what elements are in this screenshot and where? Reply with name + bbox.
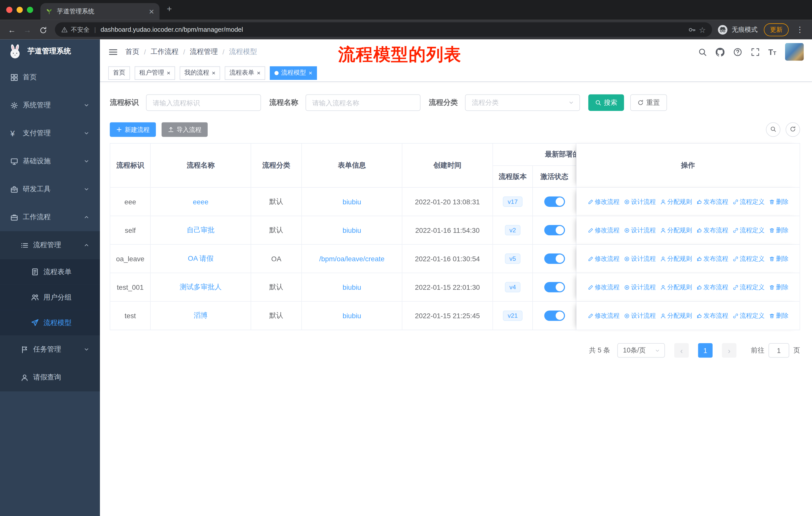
- sidebar-item-workflow[interactable]: 工作流程: [0, 203, 100, 231]
- goto-page-input[interactable]: [768, 343, 789, 358]
- help-icon[interactable]: [733, 47, 742, 56]
- form-info-link[interactable]: biubiu: [343, 283, 361, 291]
- action-publish-link[interactable]: 发布流程: [696, 283, 728, 292]
- process-name-link[interactable]: OA 请假: [188, 254, 213, 263]
- action-design-link[interactable]: 设计流程: [624, 197, 656, 206]
- tag-home[interactable]: 首页: [108, 66, 130, 79]
- action-modify-link[interactable]: 修改流程: [587, 197, 620, 206]
- page-size-select[interactable]: 10条/页: [617, 343, 665, 358]
- sidebar-item-dev-tools[interactable]: 研发工具: [0, 175, 100, 203]
- reload-button[interactable]: [36, 25, 50, 34]
- action-publish-link[interactable]: 发布流程: [696, 254, 728, 263]
- version-badge[interactable]: v2: [505, 225, 521, 235]
- action-modify-link[interactable]: 修改流程: [587, 226, 620, 235]
- maximize-window-button[interactable]: [27, 7, 33, 13]
- sidebar-item-leave-query[interactable]: 请假查询: [0, 363, 100, 391]
- active-toggle[interactable]: [544, 196, 564, 207]
- minimize-window-button[interactable]: [17, 7, 23, 13]
- breadcrumb-item[interactable]: 工作流程: [150, 47, 178, 56]
- action-definition-link[interactable]: 流程定义: [732, 254, 765, 263]
- process-name-input[interactable]: [306, 94, 420, 111]
- action-design-link[interactable]: 设计流程: [624, 254, 656, 263]
- tag-process-model[interactable]: 流程模型×: [270, 66, 317, 79]
- form-info-link[interactable]: /bpm/oa/leave/create: [319, 255, 384, 263]
- sidebar-item-infrastructure[interactable]: 基础设施: [0, 147, 100, 175]
- action-definition-link[interactable]: 流程定义: [732, 311, 765, 320]
- sidebar-item-system-management[interactable]: 系统管理: [0, 91, 100, 119]
- action-publish-link[interactable]: 发布流程: [696, 226, 728, 235]
- form-info-link[interactable]: biubiu: [343, 226, 361, 234]
- action-delete-link[interactable]: 删除: [769, 311, 788, 320]
- process-name-link[interactable]: 自己审批: [187, 225, 215, 235]
- github-icon[interactable]: [716, 47, 724, 56]
- action-publish-link[interactable]: 发布流程: [696, 197, 728, 206]
- back-button[interactable]: ←: [5, 25, 19, 34]
- tag-close-icon[interactable]: ×: [167, 70, 170, 76]
- search-icon[interactable]: [698, 47, 707, 56]
- action-assign-link[interactable]: 分配规则: [660, 283, 692, 292]
- font-size-icon[interactable]: TT: [768, 48, 776, 56]
- sidebar-item-process-management[interactable]: 流程管理: [0, 231, 100, 259]
- sidebar-item-process-model[interactable]: 流程模型: [0, 310, 100, 335]
- process-category-select[interactable]: 流程分类: [465, 94, 580, 111]
- toggle-search-button[interactable]: [766, 123, 781, 137]
- action-design-link[interactable]: 设计流程: [624, 311, 656, 320]
- action-assign-link[interactable]: 分配规则: [660, 254, 692, 263]
- password-key-icon[interactable]: [688, 26, 696, 33]
- next-page-button[interactable]: ›: [722, 343, 736, 358]
- chrome-update-button[interactable]: 更新: [764, 23, 789, 36]
- tag-close-icon[interactable]: ×: [257, 70, 261, 76]
- process-name-link[interactable]: eeee: [193, 198, 208, 206]
- tag-process-form[interactable]: 流程表单×: [225, 66, 265, 79]
- current-page-button[interactable]: 1: [698, 343, 713, 358]
- form-info-link[interactable]: biubiu: [343, 198, 361, 206]
- create-process-button[interactable]: 新建流程: [110, 123, 156, 137]
- action-delete-link[interactable]: 删除: [769, 283, 788, 292]
- tag-my-process[interactable]: 我的流程×: [180, 66, 220, 79]
- active-toggle[interactable]: [544, 282, 564, 292]
- user-avatar[interactable]: [785, 43, 804, 61]
- version-badge[interactable]: v4: [505, 282, 521, 292]
- browser-menu-icon[interactable]: ⋮: [795, 25, 805, 34]
- action-delete-link[interactable]: 删除: [769, 226, 788, 235]
- sidebar-item-task-management[interactable]: 任务管理: [0, 335, 100, 363]
- action-definition-link[interactable]: 流程定义: [732, 283, 765, 292]
- fullscreen-icon[interactable]: [751, 47, 760, 56]
- tag-close-icon[interactable]: ×: [309, 70, 312, 76]
- action-modify-link[interactable]: 修改流程: [587, 254, 620, 263]
- version-badge[interactable]: v17: [503, 196, 522, 207]
- new-tab-button[interactable]: +: [167, 4, 172, 15]
- action-definition-link[interactable]: 流程定义: [732, 197, 765, 206]
- address-bar[interactable]: 不安全 | dashboard.yudao.iocoder.cn/bpm/man…: [55, 22, 712, 37]
- close-window-button[interactable]: [6, 7, 12, 13]
- sidebar-collapse-icon[interactable]: [108, 47, 118, 57]
- action-modify-link[interactable]: 修改流程: [587, 283, 620, 292]
- sidebar-item-payment-management[interactable]: ¥支付管理: [0, 119, 100, 147]
- action-delete-link[interactable]: 删除: [769, 254, 788, 263]
- action-modify-link[interactable]: 修改流程: [587, 311, 620, 320]
- refresh-table-button[interactable]: [786, 123, 800, 137]
- action-publish-link[interactable]: 发布流程: [696, 311, 728, 320]
- bookmark-star-icon[interactable]: ☆: [699, 26, 706, 33]
- sidebar-item-home[interactable]: 首页: [0, 63, 100, 91]
- breadcrumb-item[interactable]: 首页: [125, 47, 140, 56]
- version-badge[interactable]: v5: [505, 253, 521, 264]
- action-design-link[interactable]: 设计流程: [624, 283, 656, 292]
- import-process-button[interactable]: 导入流程: [162, 123, 208, 137]
- tag-close-icon[interactable]: ×: [212, 70, 215, 76]
- action-delete-link[interactable]: 删除: [769, 197, 788, 206]
- tag-tenant-management[interactable]: 租户管理×: [135, 66, 175, 79]
- process-key-input[interactable]: [146, 94, 261, 111]
- form-info-link[interactable]: biubiu: [343, 312, 361, 320]
- action-assign-link[interactable]: 分配规则: [660, 226, 692, 235]
- version-badge[interactable]: v21: [503, 310, 522, 321]
- search-button[interactable]: 搜索: [588, 94, 624, 111]
- active-toggle[interactable]: [544, 225, 564, 235]
- process-name-link[interactable]: 测试多审批人: [180, 282, 222, 292]
- forward-button[interactable]: →: [21, 25, 34, 34]
- action-definition-link[interactable]: 流程定义: [732, 226, 765, 235]
- action-design-link[interactable]: 设计流程: [624, 226, 656, 235]
- sidebar-item-process-form[interactable]: 流程表单: [0, 259, 100, 285]
- sidebar-item-user-group[interactable]: 用户分组: [0, 285, 100, 310]
- prev-page-button[interactable]: ‹: [674, 343, 689, 358]
